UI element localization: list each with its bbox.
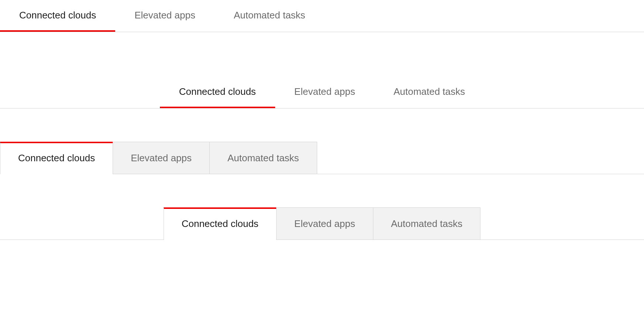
tab-connected-clouds[interactable]: Connected clouds [164,207,277,240]
open-tabs-center: Connected clouds Elevated apps Automated… [0,76,644,108]
tab-elevated-apps[interactable]: Elevated apps [115,0,215,32]
tab-automated-tasks[interactable]: Automated tasks [209,142,317,174]
tab-elevated-apps[interactable]: Elevated apps [276,207,373,240]
tab-connected-clouds[interactable]: Connected clouds [160,76,275,108]
open-tabs-left: Connected clouds Elevated apps Automated… [0,0,644,32]
tab-connected-clouds[interactable]: Connected clouds [0,142,113,174]
box-tabs-center: Connected clouds Elevated apps Automated… [0,207,644,240]
tab-elevated-apps[interactable]: Elevated apps [275,76,374,108]
box-tabs-left: Connected clouds Elevated apps Automated… [0,142,644,174]
tab-automated-tasks[interactable]: Automated tasks [373,207,481,240]
tab-elevated-apps[interactable]: Elevated apps [113,142,210,174]
tab-automated-tasks[interactable]: Automated tasks [374,76,484,108]
tab-connected-clouds[interactable]: Connected clouds [0,0,115,32]
tab-automated-tasks[interactable]: Automated tasks [215,0,325,32]
